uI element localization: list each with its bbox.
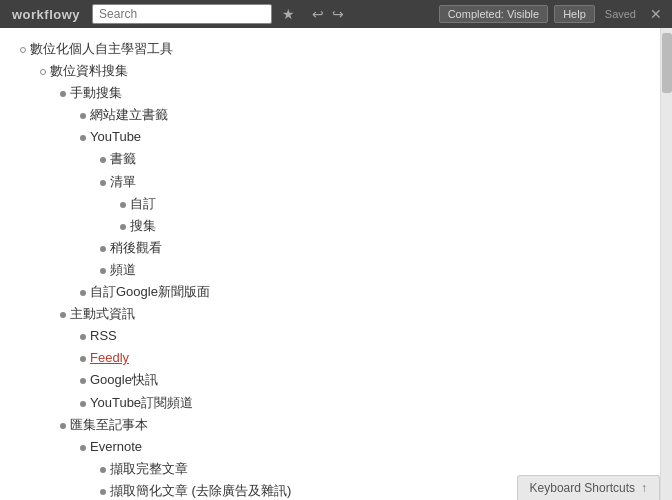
bullet-icon	[100, 157, 106, 163]
bullet-icon	[60, 91, 66, 97]
list-item[interactable]: Evernote	[20, 436, 650, 458]
list-item[interactable]: 數位化個人自主學習工具	[20, 38, 650, 60]
item-label: Google快訊	[90, 369, 158, 391]
bullet-icon	[60, 423, 66, 429]
list-item[interactable]: 書籤	[20, 148, 650, 170]
list-item[interactable]: 清單	[20, 171, 650, 193]
bullet-icon	[80, 113, 86, 119]
list-item[interactable]: YouTube訂閱頻道	[20, 392, 650, 414]
item-label: 稍後觀看	[110, 237, 162, 259]
nav-arrows: ↩ ↪	[309, 6, 347, 22]
help-button[interactable]: Help	[554, 5, 595, 23]
arrow-up-icon: ↑	[641, 481, 647, 495]
bullet-icon	[120, 224, 126, 230]
list-item[interactable]: 網站建立書籤	[20, 104, 650, 126]
item-label: 搜集	[130, 215, 156, 237]
search-input[interactable]	[93, 7, 271, 21]
saved-label: Saved	[601, 8, 640, 20]
bullet-icon	[80, 445, 86, 451]
item-label: Feedly	[90, 347, 129, 369]
list-item[interactable]: 自訂	[20, 193, 650, 215]
bullet-icon	[20, 47, 26, 53]
bullet-icon	[100, 180, 106, 186]
bullet-icon	[60, 312, 66, 318]
topbar: workflowy ★ ↩ ↪ Completed: Visible Help …	[0, 0, 672, 28]
item-label: 手動搜集	[70, 82, 122, 104]
list-item[interactable]: 主動式資訊	[20, 303, 650, 325]
list-item[interactable]: 手動搜集	[20, 82, 650, 104]
back-button[interactable]: ↩	[309, 6, 327, 22]
bullet-icon	[80, 334, 86, 340]
item-label: 匯集至記事本	[70, 414, 148, 436]
completed-button[interactable]: Completed: Visible	[439, 5, 549, 23]
item-label: YouTube訂閱頻道	[90, 392, 193, 414]
item-label: 擷取完整文章	[110, 458, 188, 480]
bottom-bar: Keyboard Shortcuts ↑	[517, 475, 660, 500]
list-item[interactable]: 數位資料搜集	[20, 60, 650, 82]
item-label: YouTube	[90, 126, 141, 148]
search-container	[92, 4, 272, 24]
item-label: RSS	[90, 325, 117, 347]
bullet-icon	[80, 356, 86, 362]
item-label: 主動式資訊	[70, 303, 135, 325]
tree: 數位化個人自主學習工具數位資料搜集手動搜集網站建立書籤YouTube書籤清單自訂…	[20, 38, 650, 500]
item-label: 網站建立書籤	[90, 104, 168, 126]
bullet-icon	[100, 268, 106, 274]
list-item[interactable]: Feedly	[20, 347, 650, 369]
keyboard-shortcuts-button[interactable]: Keyboard Shortcuts ↑	[517, 475, 660, 500]
main-area: 數位化個人自主學習工具數位資料搜集手動搜集網站建立書籤YouTube書籤清單自訂…	[0, 28, 672, 500]
keyboard-shortcuts-label: Keyboard Shortcuts	[530, 481, 635, 495]
bullet-icon	[100, 467, 106, 473]
bullet-icon	[40, 69, 46, 75]
item-label: 自訂Google新聞版面	[90, 281, 210, 303]
scrollbar[interactable]	[660, 28, 672, 500]
bullet-icon	[120, 202, 126, 208]
bullet-icon	[80, 401, 86, 407]
list-item[interactable]: YouTube	[20, 126, 650, 148]
item-label: 頻道	[110, 259, 136, 281]
bullet-icon	[80, 378, 86, 384]
scrollbar-thumb[interactable]	[662, 33, 672, 93]
list-item[interactable]: 自訂Google新聞版面	[20, 281, 650, 303]
item-label: 數位資料搜集	[50, 60, 128, 82]
list-item[interactable]: 搜集	[20, 215, 650, 237]
item-label: 清單	[110, 171, 136, 193]
content-area: 數位化個人自主學習工具數位資料搜集手動搜集網站建立書籤YouTube書籤清單自訂…	[0, 28, 660, 500]
star-button[interactable]: ★	[278, 6, 299, 22]
item-label: Evernote	[90, 436, 142, 458]
list-item[interactable]: RSS	[20, 325, 650, 347]
bullet-icon	[80, 290, 86, 296]
forward-button[interactable]: ↪	[329, 6, 347, 22]
item-label: 書籤	[110, 148, 136, 170]
bullet-icon	[100, 489, 106, 495]
list-item[interactable]: 匯集至記事本	[20, 414, 650, 436]
item-label: 擷取簡化文章 (去除廣告及雜訊)	[110, 480, 291, 500]
item-label: 數位化個人自主學習工具	[30, 38, 173, 60]
list-item[interactable]: Google快訊	[20, 369, 650, 391]
close-button[interactable]: ✕	[646, 6, 666, 22]
list-item[interactable]: 稍後觀看	[20, 237, 650, 259]
item-label: 自訂	[130, 193, 156, 215]
list-item[interactable]: 頻道	[20, 259, 650, 281]
logo[interactable]: workflowy	[6, 7, 86, 22]
bullet-icon	[100, 246, 106, 252]
bullet-icon	[80, 135, 86, 141]
